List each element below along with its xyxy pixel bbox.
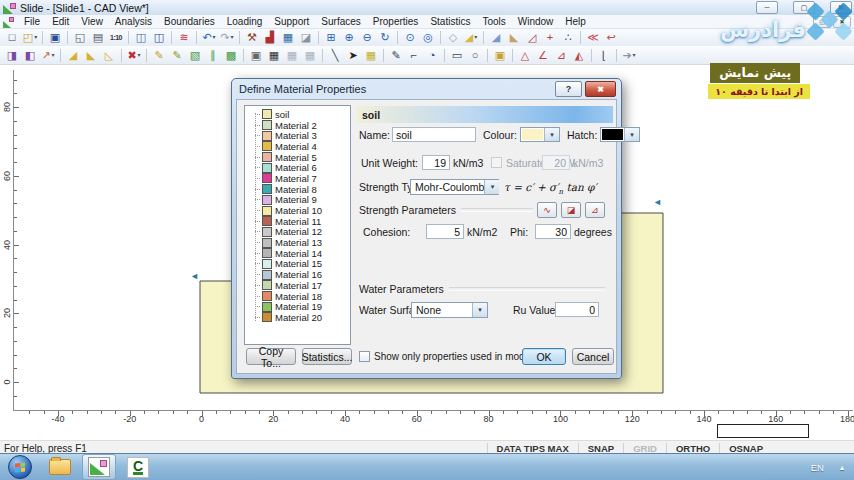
menu-file[interactable]: File xyxy=(18,16,46,27)
material-item[interactable]: Material 17 xyxy=(255,280,350,291)
copy-icon[interactable]: ◫ xyxy=(133,29,149,45)
menu-analysis[interactable]: Analysis xyxy=(109,16,158,27)
undo-boundary-icon[interactable]: ≪ xyxy=(585,29,601,45)
minimize-button[interactable]: ─ xyxy=(756,1,778,14)
material-item[interactable]: Material 7 xyxy=(255,173,350,184)
material-item[interactable]: Material 19 xyxy=(255,301,350,312)
menu-boundaries[interactable]: Boundaries xyxy=(158,16,221,27)
statistics-button[interactable]: Statistics... xyxy=(302,348,352,365)
line-tool-icon[interactable]: ╲ xyxy=(327,47,343,63)
assign-supports-icon[interactable]: ∥ xyxy=(205,47,221,63)
material-item[interactable]: Material 6 xyxy=(255,162,350,173)
maximize-button[interactable]: ▢ xyxy=(793,1,815,14)
right-triangle-tool-icon[interactable]: ⊿ xyxy=(553,47,569,63)
arc-icon[interactable]: ◔ xyxy=(424,47,440,63)
compute-icon[interactable]: ⚒ xyxy=(244,29,260,45)
water-surface-combo[interactable]: None xyxy=(411,302,488,318)
material-item[interactable]: Material 16 xyxy=(255,269,350,280)
zoom-dynamic-icon[interactable]: ↻ xyxy=(377,29,393,45)
measure-icon[interactable]: ▦ xyxy=(363,47,379,63)
menu-properties[interactable]: Properties xyxy=(367,16,425,27)
colour-dropdown-icon[interactable] xyxy=(544,128,559,141)
close-button[interactable]: ✖ xyxy=(830,1,852,14)
edit-boundary-icon[interactable]: ✎ xyxy=(151,47,167,63)
show-only-used-checkbox[interactable] xyxy=(359,351,370,362)
image-snap-icon[interactable]: ▣ xyxy=(492,47,508,63)
ellipse-tool-icon[interactable]: ○ xyxy=(467,47,483,63)
rectangle-tool-icon[interactable]: ▭ xyxy=(449,47,465,63)
zoom-selected-icon[interactable]: ◎ xyxy=(420,29,436,45)
status-pane-data-tips-max[interactable]: DATA TIPS MAX xyxy=(487,443,578,454)
surface-wedge-icon[interactable]: ◢ xyxy=(65,47,81,63)
project-settings-alt-icon[interactable]: ◧ xyxy=(22,47,38,63)
material-item[interactable]: Material 13 xyxy=(255,237,350,248)
assign-materials-icon[interactable]: ▧ xyxy=(187,47,203,63)
snap-edit-icon[interactable]: ✎ xyxy=(169,47,185,63)
status-pane-ortho[interactable]: ORTHO xyxy=(666,443,719,454)
mdi-restore-button[interactable]: ◱ xyxy=(813,16,831,28)
status-pane-snap[interactable]: SNAP xyxy=(578,443,623,454)
taskbar-slide-button[interactable] xyxy=(82,454,116,480)
material-properties-icon[interactable]: ▣ xyxy=(248,47,264,63)
material-item[interactable]: Material 3 xyxy=(255,130,350,141)
strength-type-combo[interactable]: Mohr-Coulomb xyxy=(410,179,499,195)
define-materials-icon[interactable]: ▦ xyxy=(266,47,282,63)
material-item[interactable]: Material 14 xyxy=(255,248,350,259)
limits-icon[interactable]: ↗ xyxy=(40,47,56,63)
triangle-tool-icon[interactable]: △ xyxy=(517,47,533,63)
ok-button[interactable]: OK xyxy=(522,348,566,365)
plot-strength-function-button[interactable]: ⊿ xyxy=(585,202,605,218)
select-arrow-icon[interactable]: ➤ xyxy=(345,47,361,63)
redo-icon[interactable]: ↷ xyxy=(219,29,235,45)
material-item[interactable]: Material 10 xyxy=(255,205,350,216)
dialog-close-button[interactable]: ✖ xyxy=(585,81,616,97)
material-item[interactable]: Material 9 xyxy=(255,195,350,206)
new-file-icon[interactable]: □ xyxy=(4,29,20,45)
surface-wedge-small-icon[interactable]: ◺ xyxy=(101,47,117,63)
menu-window[interactable]: Window xyxy=(512,16,560,27)
material-item[interactable]: Material 12 xyxy=(255,227,350,238)
save-icon[interactable]: ▣ xyxy=(47,29,63,45)
project-settings-icon[interactable]: ◨ xyxy=(4,47,20,63)
start-button[interactable] xyxy=(8,455,32,479)
info-viewer-icon[interactable]: ▦ xyxy=(280,29,296,45)
dialog-titlebar[interactable]: Define Material Properties ? ✖ xyxy=(232,79,621,99)
zoom-in-icon[interactable]: ⊕ xyxy=(341,29,357,45)
copy-strength-function-button[interactable]: ◪ xyxy=(561,202,581,218)
menu-view[interactable]: View xyxy=(75,16,109,27)
material-item[interactable]: Material 11 xyxy=(255,216,350,227)
ru-value-input[interactable] xyxy=(555,302,599,317)
window-titlebar[interactable]: Slide - [Slide1 - CAD View*] ─▢✖ xyxy=(0,0,854,16)
tray-expand-icon[interactable]: ▴ xyxy=(840,463,844,472)
surface-wedge-left-icon[interactable]: ◣ xyxy=(83,47,99,63)
contours-icon[interactable]: ≋ xyxy=(176,29,192,45)
name-input[interactable] xyxy=(392,127,476,142)
coordinate-axes-icon[interactable]: ⌊ xyxy=(596,47,612,63)
scale-1-10-icon[interactable]: 1:10 xyxy=(108,29,124,45)
material-item[interactable]: soil xyxy=(255,109,350,120)
slope-angle-tool-icon[interactable]: ◭ xyxy=(571,47,587,63)
add-external-boundary-icon[interactable]: ◢ xyxy=(463,29,479,45)
print-preview-icon[interactable]: ◱ xyxy=(72,29,88,45)
delete-boundary-icon[interactable]: ◿ xyxy=(524,29,540,45)
print-icon[interactable]: ▤ xyxy=(90,29,106,45)
context-help-icon[interactable]: ➔ xyxy=(621,47,637,63)
hatch-picker[interactable] xyxy=(600,127,640,142)
delete-surface-icon[interactable]: ✖ xyxy=(126,47,142,63)
move-vertex-icon[interactable]: ∴ xyxy=(560,29,576,45)
menu-surfaces[interactable]: Surfaces xyxy=(315,16,366,27)
define-loads-icon[interactable]: ▦ xyxy=(302,47,318,63)
language-indicator[interactable]: EN xyxy=(811,462,824,473)
dialog-help-button[interactable]: ? xyxy=(555,81,582,97)
phi-input[interactable] xyxy=(535,224,571,239)
pan-icon[interactable]: ◇ xyxy=(445,29,461,45)
menu-help[interactable]: Help xyxy=(559,16,592,27)
material-item[interactable]: Material 15 xyxy=(255,259,350,270)
cancel-button[interactable]: Cancel xyxy=(572,348,614,365)
unit-weight-input[interactable] xyxy=(422,155,450,170)
menu-statistics[interactable]: Statistics xyxy=(424,16,476,27)
open-file-icon[interactable]: ◰ xyxy=(22,29,38,45)
add-vertex-icon[interactable]: + xyxy=(542,29,558,45)
hatch-dropdown-icon[interactable] xyxy=(624,128,639,141)
material-item[interactable]: Material 8 xyxy=(255,184,350,195)
